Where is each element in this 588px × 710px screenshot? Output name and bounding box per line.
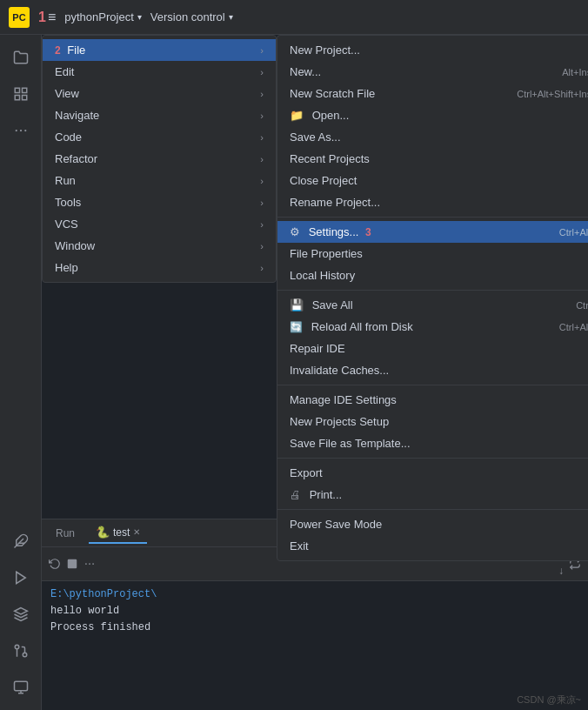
new-project-item[interactable]: New Project... (277, 39, 588, 61)
svg-point-5 (19, 130, 21, 131)
svg-marker-10 (14, 608, 27, 615)
reload-disk-item[interactable]: 🔄 Reload All from Disk Ctrl+Alt+Y (277, 316, 588, 338)
plugins-icon[interactable] (5, 526, 37, 557)
menu-window[interactable]: Window › (43, 235, 276, 257)
project-dropdown-icon: ▾ (137, 12, 142, 22)
project-name[interactable]: pythonProject ▾ (64, 10, 142, 23)
svg-point-17 (85, 563, 87, 565)
vc-dropdown-icon: ▾ (229, 12, 233, 22)
layers-icon[interactable] (5, 599, 37, 630)
invalidate-caches-item[interactable]: Invalidate Caches... (277, 359, 588, 381)
view-arrow-icon: › (260, 89, 264, 99)
recent-projects-item[interactable]: Recent Projects › (277, 148, 588, 170)
menu-run[interactable]: Run › (43, 170, 276, 191)
more-tools-icon[interactable] (5, 115, 37, 146)
file-submenu-l2: New Project... New... Alt+Insert New Scr… (277, 35, 588, 561)
separator-1 (277, 217, 588, 218)
svg-rect-14 (14, 681, 27, 691)
new-item[interactable]: New... Alt+Insert (277, 61, 588, 83)
run-content: E:\pythonProject\ hello world Process fi… (42, 581, 588, 642)
save-as-item[interactable]: Save As... (277, 126, 588, 148)
rerun-button[interactable] (49, 558, 61, 570)
edit-arrow-icon: › (260, 67, 264, 77)
number3-label: 3 (365, 226, 371, 238)
test-tab[interactable]: 🐍 test ✕ (89, 522, 147, 544)
scroll-down-button[interactable]: ↓ (558, 565, 564, 577)
svg-point-12 (15, 645, 19, 649)
svg-rect-1 (22, 88, 26, 92)
power-save-mode-item[interactable]: Power Save Mode (277, 513, 588, 535)
number1-label: 1 (38, 10, 46, 24)
menu-edit[interactable]: Edit › (43, 61, 276, 83)
modules-icon[interactable] (5, 78, 37, 110)
version-control[interactable]: Version control ▾ (150, 10, 233, 23)
print-item[interactable]: 🖨 Print... (277, 484, 588, 506)
menu-navigate[interactable]: Navigate › (43, 104, 276, 126)
svg-marker-9 (16, 572, 25, 584)
settings-item[interactable]: ⚙ Settings... 3 Ctrl+Alt+S (277, 221, 588, 243)
main-layout: Run 🐍 test ✕ (0, 35, 588, 710)
help-arrow-icon: › (260, 263, 264, 273)
file-menu-l1: 2 File › Edit › View › Navigate › Code › (42, 35, 277, 283)
menu-vcs[interactable]: VCS › (43, 213, 276, 235)
folder-icon[interactable] (5, 42, 37, 73)
run-arrow-icon: › (260, 176, 264, 186)
manage-ide-settings-item[interactable]: Manage IDE Settings › (277, 389, 588, 411)
svg-rect-0 (15, 88, 19, 92)
file-properties-item[interactable]: File Properties › (277, 243, 588, 265)
folder-open-icon: 📁 (290, 109, 304, 122)
more-run-options[interactable] (84, 558, 96, 570)
repair-ide-item[interactable]: Repair IDE (277, 338, 588, 359)
content-area: Run 🐍 test ✕ (42, 35, 588, 710)
menu-file[interactable]: 2 File › (43, 39, 276, 61)
separator-5 (277, 509, 588, 510)
open-item[interactable]: 📁 Open... (277, 104, 588, 126)
close-tab-button[interactable]: ✕ (133, 527, 140, 537)
navigate-arrow-icon: › (260, 111, 264, 121)
stop-button[interactable] (66, 558, 78, 570)
print-icon: 🖨 (290, 488, 301, 501)
run-icon[interactable] (5, 562, 37, 593)
svg-point-6 (24, 130, 26, 131)
svg-point-18 (89, 563, 90, 565)
new-scratch-file-item[interactable]: New Scratch File Ctrl+Alt+Shift+Insert (277, 83, 588, 104)
menu-help[interactable]: Help › (43, 257, 276, 278)
settings-gear-icon: ⚙ (290, 225, 300, 238)
svg-rect-16 (68, 559, 77, 569)
left-toolbar (0, 35, 42, 710)
new-projects-setup-item[interactable]: New Projects Setup › (277, 411, 588, 432)
svg-rect-2 (22, 96, 26, 100)
rename-project-item[interactable]: Rename Project... (277, 191, 588, 213)
app-logo: PC (9, 7, 30, 28)
save-icon: 💾 (290, 298, 304, 311)
window-arrow-icon: › (260, 241, 264, 251)
watermark: CSDN @乘凉~ (517, 693, 581, 707)
local-history-item[interactable]: Local History › (277, 265, 588, 286)
svg-rect-3 (15, 96, 19, 100)
hamburger-menu[interactable]: 1≡ (38, 10, 56, 25)
menu-refactor[interactable]: Refactor › (43, 148, 276, 170)
close-project-item[interactable]: Close Project (277, 170, 588, 191)
process-status: Process finished (50, 620, 579, 636)
git-icon[interactable] (5, 635, 37, 666)
export-item[interactable]: Export › (277, 462, 588, 484)
file-arrow-icon: › (260, 45, 264, 56)
menu-view[interactable]: View › (43, 83, 276, 104)
code-arrow-icon: › (260, 132, 264, 143)
path-output: E:\pythonProject\ (50, 586, 579, 603)
save-all-item[interactable]: 💾 Save All Ctrl+S (277, 294, 588, 316)
menu-code[interactable]: Code › (43, 126, 276, 148)
vcs-arrow-icon: › (260, 219, 264, 230)
exit-item[interactable]: Exit (277, 535, 588, 557)
svg-point-11 (23, 653, 27, 657)
title-bar: PC 1≡ pythonProject ▾ Version control ▾ (0, 0, 588, 35)
menu-number2: 2 (55, 44, 61, 57)
save-template-item[interactable]: Save File as Template... (277, 432, 588, 454)
svg-point-19 (92, 563, 94, 565)
menu-tools[interactable]: Tools › (43, 191, 276, 213)
tab-name: test (113, 526, 130, 539)
reload-icon: 🔄 (290, 321, 303, 333)
run-tab-label[interactable]: Run (49, 524, 82, 543)
python-icon: 🐍 (96, 526, 110, 539)
terminal-icon[interactable] (5, 672, 37, 703)
